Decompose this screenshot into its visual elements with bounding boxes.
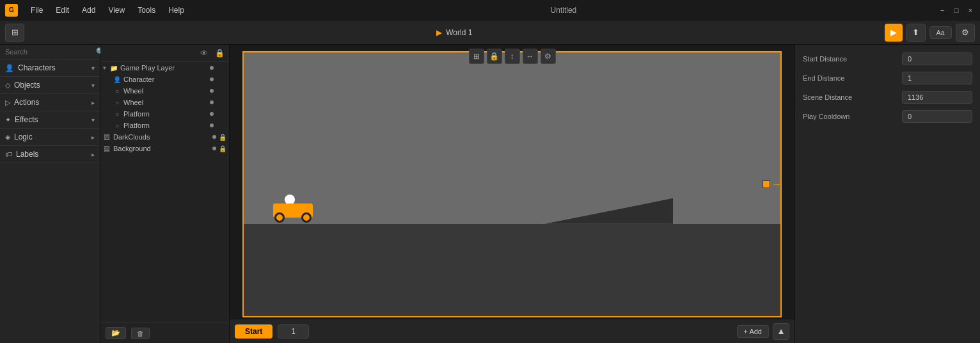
canvas-end-marker: →	[763, 179, 782, 190]
logic-label: Logic	[14, 132, 88, 141]
export-button[interactable]: ⬆	[906, 24, 926, 42]
end-distance-value[interactable]: 1	[902, 72, 972, 84]
platform1-label: Platform	[123, 110, 207, 118]
scene-distance-label: Scene Distance	[803, 93, 852, 101]
export-icon: ⬆	[912, 28, 919, 37]
layer-background[interactable]: 🖼 Background 🔒	[100, 143, 229, 154]
layer-wheel2[interactable]: ○ Wheel	[111, 97, 229, 108]
titlebar: G File Edit Add View Tools Help Untitled…	[0, 0, 980, 20]
logic-header[interactable]: ◈ Logic ▸	[0, 129, 100, 145]
canvas-tool-lock[interactable]: 🔒	[487, 49, 502, 64]
close-button[interactable]: ×	[966, 6, 975, 15]
darkclouds-label: DarkClouds	[113, 133, 210, 141]
background-lock-icon: 🔒	[219, 145, 226, 152]
darkclouds-dot	[212, 135, 216, 139]
background-dot	[212, 147, 216, 150]
menu-add[interactable]: Add	[77, 4, 100, 16]
layer-gameplay[interactable]: ▾ 📁 Game Play Layer	[100, 62, 229, 74]
menu-bar: File Edit Add View Tools Help	[26, 4, 189, 16]
settings-button[interactable]: ⚙	[956, 24, 975, 42]
right-sidebar: Start Distance 0 End Distance 1 Scene Di…	[794, 45, 980, 343]
lock-header-icon[interactable]: 🔒	[214, 47, 225, 59]
background-label: Background	[113, 145, 210, 152]
app-logo: G	[5, 4, 18, 17]
expand-button[interactable]: ▲	[773, 323, 789, 340]
effects-chevron: ▾	[91, 116, 95, 124]
scene-distance-value[interactable]: 1136	[902, 91, 972, 104]
menu-view[interactable]: View	[103, 4, 130, 16]
layer-panel-footer: 📂 🗑	[100, 323, 229, 343]
delete-button[interactable]: 🗑	[131, 328, 150, 339]
left-sidebar: 🔍 👤 Characters ▾ ◇ Objects ▾ ▷ Actions ▸	[0, 45, 100, 343]
effects-header[interactable]: ✦ Effects ▾	[0, 111, 100, 128]
canvas-tool-grid[interactable]: ⊞	[469, 49, 484, 64]
play-cooldown-label: Play Cooldown	[803, 113, 850, 120]
layer-character[interactable]: 👤 Character	[111, 74, 229, 85]
maximize-button[interactable]: □	[952, 6, 961, 15]
toolbar-center: ▶ World 1	[29, 28, 880, 37]
add-button[interactable]: + Add	[737, 325, 769, 338]
world-indicator: ▶ World 1	[436, 28, 472, 37]
font-button[interactable]: Aa	[929, 26, 952, 39]
canvas-bottom-right: + Add ▲	[737, 323, 789, 340]
actions-icon: ▷	[5, 99, 10, 107]
characters-label: Characters	[18, 63, 88, 72]
start-button[interactable]: Start	[235, 324, 273, 339]
canvas-toolbar: ⊞ 🔒 ↕ ↔ ⚙	[469, 49, 556, 64]
menu-help[interactable]: Help	[163, 4, 189, 16]
character-type-icon: 👤	[113, 76, 121, 83]
search-input[interactable]	[5, 48, 93, 56]
visibility-icon[interactable]: 👁	[198, 47, 210, 59]
labels-label: Labels	[16, 150, 88, 159]
layer-platform1[interactable]: ○ Platform	[111, 108, 229, 120]
objects-header[interactable]: ◇ Objects ▾	[0, 77, 100, 93]
sidebar-section-objects: ◇ Objects ▾	[0, 77, 100, 94]
characters-header[interactable]: 👤 Characters ▾	[0, 60, 100, 76]
actions-header[interactable]: ▷ Actions ▸	[0, 94, 100, 111]
canvas-tool-horiz[interactable]: ↔	[523, 49, 538, 64]
prop-start-distance: Start Distance 0	[803, 52, 972, 65]
play-icon: ▶	[890, 28, 897, 37]
wheel2-label: Wheel	[123, 99, 207, 106]
wheel2-type-icon: ○	[113, 99, 121, 106]
toolbar-right: ▶ ⬆ Aa ⚙	[885, 24, 975, 42]
objects-label: Objects	[14, 81, 88, 90]
gameplay-dot	[210, 66, 214, 70]
minimize-button[interactable]: −	[938, 6, 947, 15]
group-icon: ⊞	[12, 28, 19, 37]
layer-panel: 👁 🔒 ▾ 📁 Game Play Layer 👤 Character ○ Wh…	[100, 45, 230, 343]
end-arrow-icon: →	[771, 179, 782, 190]
menu-tools[interactable]: Tools	[132, 4, 161, 16]
platform2-dot	[210, 124, 214, 127]
play-cooldown-value[interactable]: 0	[902, 110, 972, 123]
character-label: Character	[123, 76, 207, 83]
effects-label: Effects	[15, 115, 88, 124]
canvas-tool-vert[interactable]: ↕	[505, 49, 520, 64]
layer-panel-header: 👁 🔒	[100, 45, 229, 62]
canvas-tool-settings[interactable]: ⚙	[541, 49, 556, 64]
play-button[interactable]: ▶	[885, 24, 903, 42]
canvas-viewport[interactable]: →	[242, 51, 782, 317]
layer-platform2[interactable]: ○ Platform	[111, 120, 229, 131]
group-button[interactable]: ⊞	[5, 24, 24, 42]
labels-header[interactable]: 🏷 Labels ▸	[0, 146, 100, 163]
actions-label: Actions	[14, 98, 88, 107]
layer-darkclouds[interactable]: 🖼 DarkClouds 🔒	[100, 131, 229, 143]
main-toolbar: ⊞ ▶ World 1 ▶ ⬆ Aa ⚙	[0, 20, 980, 45]
menu-edit[interactable]: Edit	[51, 4, 74, 16]
canvas-sky	[244, 52, 780, 232]
window-title: Untitled	[551, 6, 577, 15]
start-distance-value[interactable]: 0	[902, 52, 972, 65]
wheel1-type-icon: ○	[113, 88, 121, 95]
characters-icon: 👤	[5, 64, 14, 72]
wheel1-dot	[210, 89, 214, 93]
effects-icon: ✦	[5, 116, 11, 124]
wheel1-label: Wheel	[123, 87, 207, 95]
labels-chevron: ▸	[91, 151, 95, 158]
menu-file[interactable]: File	[26, 4, 48, 16]
folder-button[interactable]: 📂	[106, 327, 126, 339]
layer-wheel1[interactable]: ○ Wheel	[111, 85, 229, 97]
font-icon: Aa	[937, 29, 945, 36]
sidebar-section-logic: ◈ Logic ▸	[0, 129, 100, 146]
characters-chevron: ▾	[91, 65, 95, 72]
